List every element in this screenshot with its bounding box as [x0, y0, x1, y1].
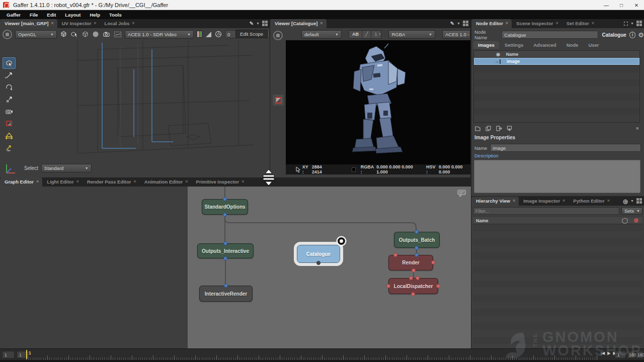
node-interactiverender[interactable]: InteractiveRender	[199, 286, 253, 302]
edit-scope-button[interactable]: Edit Scope	[235, 30, 268, 38]
exclude-dot-icon[interactable]	[634, 218, 638, 223]
menu-help[interactable]: Help	[85, 11, 105, 19]
tab-close-icon[interactable]: ×	[132, 21, 134, 28]
play-button[interactable]: ▶	[607, 351, 610, 355]
camera-icon[interactable]	[103, 31, 111, 38]
tab-close-icon[interactable]: ×	[513, 198, 515, 206]
tab-local-jobs[interactable]: Local Jobs×	[100, 19, 138, 28]
sets-dropdown[interactable]: Sets▼	[621, 207, 642, 215]
tab-close-icon[interactable]: ×	[607, 198, 610, 206]
layout-grid-icon[interactable]	[636, 21, 642, 26]
pin-editor-icon[interactable]: ✎	[450, 21, 454, 26]
tab-close-icon[interactable]: ×	[320, 21, 323, 28]
subtab-advanced[interactable]: Advanced	[529, 41, 560, 49]
minimize-button[interactable]: —	[599, 0, 614, 10]
layout-grid-icon[interactable]	[262, 21, 268, 26]
frame-ruler[interactable]	[26, 349, 599, 360]
pin-editor-icon[interactable]: ✎	[250, 21, 254, 26]
duplicate-image-icon[interactable]	[485, 125, 492, 132]
ab-compare-button[interactable]: AB	[349, 31, 362, 38]
node-graph-canvas[interactable]: StandardOptions Outputs_Interactive Inte…	[0, 187, 471, 348]
tab-uv-inspector[interactable]: UV Inspector×	[57, 19, 100, 28]
menu-file[interactable]: File	[25, 11, 42, 19]
plug-task[interactable]	[436, 284, 440, 288]
tab-render-pass-editor[interactable]: Render Pass Editor×	[83, 177, 140, 187]
image-name-input[interactable]	[490, 144, 641, 152]
plug-in[interactable]	[223, 197, 227, 201]
prev-frame-button[interactable]: |◀	[601, 351, 605, 355]
crop-window-tool[interactable]	[3, 118, 16, 129]
tab-primitive-inspector[interactable]: Primitive Inspector×	[192, 177, 248, 187]
chevron-down-icon[interactable]: ▼	[256, 22, 260, 25]
info-icon[interactable]: i	[629, 32, 635, 38]
scale-tool[interactable]	[3, 94, 16, 105]
image-display-area[interactable]: XY : 2884 2414 RGBA : 0.000 0.000 0.000 …	[286, 40, 470, 174]
select-mode-dropdown[interactable]: Standard▼	[41, 164, 92, 172]
image-select-dropdown[interactable]: default▼	[301, 30, 342, 39]
renderer-dropdown[interactable]: OpenGL▼	[15, 30, 57, 39]
pause-updates-icon[interactable]	[273, 31, 283, 40]
viewport-wireframe[interactable]	[17, 40, 269, 166]
tab-close-icon[interactable]: ×	[562, 198, 565, 206]
chevron-down-icon[interactable]: ▼	[630, 199, 634, 203]
tab-close-icon[interactable]: ×	[36, 179, 39, 187]
plug-task[interactable]	[409, 276, 413, 280]
maximize-button[interactable]: □	[614, 0, 629, 10]
gear-icon[interactable]: ⚙	[638, 31, 644, 39]
display-transform-dropdown[interactable]: ACES 1.0 - SDR	[442, 30, 470, 39]
image-row-selected[interactable]: → image	[474, 58, 639, 65]
node-render[interactable]: Render	[388, 255, 433, 270]
export-image-icon[interactable]	[496, 125, 502, 132]
tab-close-icon[interactable]: ×	[76, 179, 79, 187]
camera-tool[interactable]	[3, 106, 16, 117]
aperture-icon[interactable]	[214, 31, 222, 38]
tab-close-icon[interactable]: ×	[556, 21, 558, 28]
plug-out[interactable]	[223, 213, 227, 217]
shading-mode-icon[interactable]	[60, 31, 67, 38]
chevron-down-icon[interactable]: ▼	[630, 22, 634, 25]
plug-in[interactable]	[223, 241, 227, 245]
close-button[interactable]: ✕	[629, 0, 644, 10]
node-catalogue-selected[interactable]: Catalogue	[297, 245, 340, 263]
menu-edit[interactable]: Edit	[42, 11, 60, 19]
tab-close-icon[interactable]: ×	[592, 21, 594, 28]
compare-image-dropdown[interactable]: 1 ▼	[371, 31, 381, 38]
wireframe-cube-icon[interactable]	[82, 31, 89, 38]
select-tool[interactable]	[3, 57, 16, 69]
translate-tool[interactable]	[3, 69, 16, 81]
wipe-tool-button[interactable]: ╱	[362, 31, 371, 38]
sphere-shading-icon[interactable]	[92, 31, 100, 38]
load-image-icon[interactable]	[474, 125, 481, 132]
tab-close-icon[interactable]: ×	[506, 21, 508, 28]
playhead[interactable]	[26, 350, 27, 359]
save-image-icon[interactable]	[506, 125, 513, 132]
plug-task-out[interactable]	[411, 292, 415, 296]
subtab-node[interactable]: Node	[562, 41, 583, 49]
tab-close-icon[interactable]: ×	[185, 179, 188, 187]
node-name-input[interactable]	[502, 31, 598, 39]
frame-start-field[interactable]: 1	[2, 351, 15, 358]
range-end-field[interactable]: 160	[636, 351, 643, 358]
display-transform-dropdown[interactable]: ACES 1.0 - SDR Video▼	[125, 30, 194, 39]
plug-in[interactable]	[415, 230, 419, 234]
render-view-icon[interactable]	[114, 31, 122, 38]
drag-select-icon[interactable]	[70, 31, 78, 38]
tab-viewer-main-grp[interactable]: Viewer [main_GRP]×	[0, 19, 57, 28]
filter-input[interactable]	[473, 207, 619, 215]
shield-icon[interactable]	[622, 218, 628, 224]
plug-task[interactable]	[416, 276, 420, 280]
channels-icon[interactable]	[197, 31, 203, 38]
channels-dropdown[interactable]: RGBA▼	[388, 30, 435, 39]
tab-close-icon[interactable]: ×	[51, 21, 53, 28]
tab-viewer-catalogue[interactable]: Viewer [Catalogue]×	[270, 19, 327, 28]
current-frame-field[interactable]: 1	[615, 351, 626, 358]
subtab-settings[interactable]: Settings	[500, 41, 528, 49]
tab-hierarchy-view[interactable]: Hierarchy View×	[471, 197, 519, 206]
end-frame-field[interactable]: 160	[627, 351, 635, 358]
annotation-bubble-icon[interactable]	[457, 190, 466, 197]
plug-task[interactable]	[386, 284, 390, 288]
plug-out[interactable]	[316, 261, 320, 265]
menu-gaffer[interactable]: Gaffer	[2, 11, 25, 19]
light-position-tool[interactable]	[3, 142, 16, 153]
tab-scene-inspector[interactable]: Scene Inspector×	[512, 19, 562, 28]
